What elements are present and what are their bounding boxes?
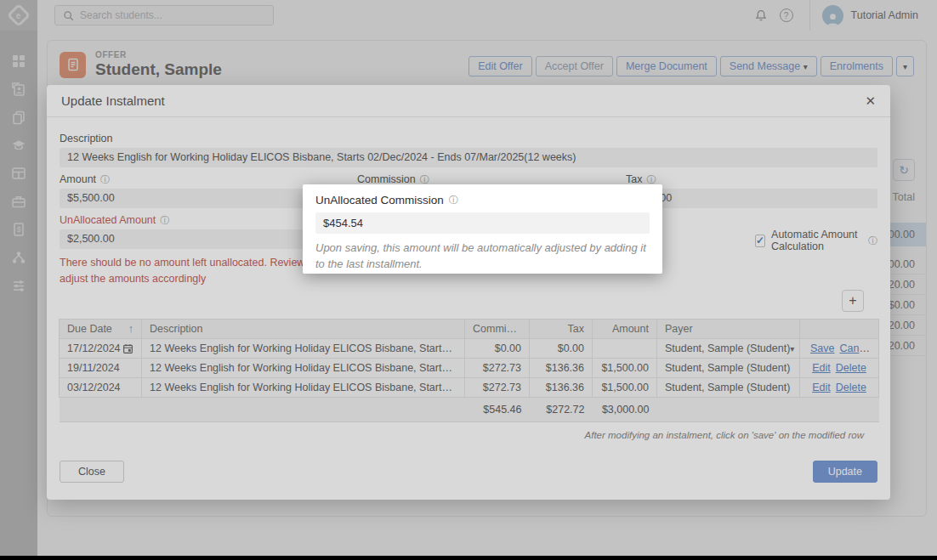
bottom-strip [0, 556, 937, 560]
tour-dim-overlay [0, 0, 937, 556]
unallocated-commission-popover-label: UnAllocated Commission [315, 194, 444, 206]
unallocated-commission-popover: UnAllocated Commissionⓘ $454.54 Upon sav… [303, 184, 662, 274]
unallocated-commission-input[interactable]: $454.54 [315, 212, 650, 234]
info-icon[interactable]: ⓘ [449, 195, 458, 205]
app-window: e $ [0, 0, 937, 560]
popover-hint: Upon saving, this amount will be automat… [315, 240, 650, 273]
